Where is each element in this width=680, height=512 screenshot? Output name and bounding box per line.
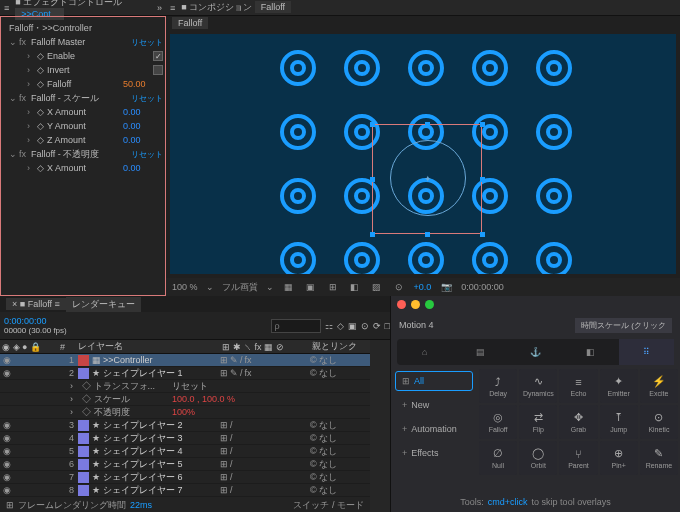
shape-ring: [280, 178, 316, 214]
motion-tool-kinetic[interactable]: ⊙Kinetic: [640, 405, 678, 439]
channel-icon[interactable]: ◧: [348, 282, 362, 292]
motion-nav[interactable]: ⌂ ▤ ⚓ ◧ ⠿: [397, 339, 674, 365]
snapshot-icon[interactable]: 📷: [439, 282, 453, 292]
shape-ring: [536, 50, 572, 86]
timecode-icon[interactable]: ⊙: [392, 282, 406, 292]
effect-group[interactable]: ⌄fxFalloff - 不透明度リセット: [3, 147, 163, 161]
motion-tool-excite[interactable]: ⚡Excite: [640, 369, 678, 403]
motion-category-new[interactable]: +New: [395, 395, 473, 415]
render-time-label: フレームレンダリング時間: [18, 499, 126, 512]
nav-edit-icon[interactable]: ▤: [452, 339, 507, 365]
exposure[interactable]: +0.0: [414, 282, 432, 292]
motion-tool-dynamics[interactable]: ∿Dynamics: [519, 369, 557, 403]
layer-row[interactable]: ◉4★シェイプレイヤー 3⊞/© なし: [0, 432, 370, 445]
motion-tool-flip[interactable]: ⇄Flip: [519, 405, 557, 439]
shape-ring: [280, 50, 316, 86]
tl-icon[interactable]: ⟳: [373, 321, 381, 331]
resolution[interactable]: フル画質: [222, 281, 258, 294]
layer-row[interactable]: ◉1▦>>Controller⊞✎/fx© なし: [0, 354, 370, 367]
layer-row[interactable]: ◉5★シェイプレイヤー 4⊞/© なし: [0, 445, 370, 458]
nav-tools-icon[interactable]: ⠿: [619, 339, 674, 365]
motion-tool-parent[interactable]: ⑂Parent: [559, 441, 597, 475]
effect-property[interactable]: ›◇X Amount0.00: [3, 105, 163, 119]
timeline-tab[interactable]: × ■ Falloff ≡: [6, 298, 66, 310]
effect-property[interactable]: ›◇Invert: [3, 63, 163, 77]
transform-handle[interactable]: [370, 177, 375, 182]
anchor-point-icon[interactable]: ✦: [423, 174, 433, 184]
mask-icon[interactable]: ▣: [304, 282, 318, 292]
tl-icon[interactable]: ⚏: [325, 321, 333, 331]
nav-color-icon[interactable]: ◧: [563, 339, 618, 365]
shape-ring: [408, 242, 444, 274]
transform-handle[interactable]: [480, 177, 485, 182]
shape-ring: [344, 50, 380, 86]
layer-row[interactable]: ◉8★シェイプレイヤー 7⊞/© なし: [0, 484, 370, 497]
effect-source: Falloff・>>Controller: [3, 21, 163, 35]
comp-tab[interactable]: Falloff: [172, 17, 208, 29]
tl-icon[interactable]: ⊙: [361, 321, 369, 331]
layer-row[interactable]: ◉3★シェイプレイヤー 2⊞/© なし: [0, 419, 370, 432]
guides-icon[interactable]: ⊞: [326, 282, 340, 292]
search-input[interactable]: [271, 319, 321, 333]
motion-category-auto[interactable]: +Automation: [395, 419, 473, 439]
frame-info: 00000 (30.00 fps): [4, 326, 67, 335]
transparency-icon[interactable]: ▨: [370, 282, 384, 292]
shape-ring: [344, 242, 380, 274]
current-timecode[interactable]: 0:00:00:00: [4, 316, 67, 326]
transform-handle[interactable]: [370, 232, 375, 237]
panel-menu-icon[interactable]: ≡: [170, 3, 175, 13]
transform-handle[interactable]: [480, 232, 485, 237]
grid-icon[interactable]: ▦: [282, 282, 296, 292]
motion-tool-echo[interactable]: ≡Echo: [559, 369, 597, 403]
comp-title: ■ コンポジション Falloff: [181, 1, 291, 14]
layer-row[interactable]: ◉6★シェイプレイヤー 5⊞/© なし: [0, 458, 370, 471]
motion-tool-jump[interactable]: ⤒Jump: [600, 405, 638, 439]
motion-tool-rename[interactable]: ✎Rename: [640, 441, 678, 475]
render-queue-tab[interactable]: レンダーキュー: [66, 297, 141, 312]
effect-property[interactable]: ›◇Y Amount0.00: [3, 119, 163, 133]
layer-row[interactable]: ›◇ 不透明度100%: [0, 406, 370, 419]
layer-row[interactable]: ◉2★シェイプレイヤー 1⊞✎/fx© なし: [0, 367, 370, 380]
switch-mode-toggle[interactable]: スイッチ / モード: [293, 499, 364, 512]
panel-menu-icon[interactable]: ≡: [4, 3, 9, 13]
layer-row[interactable]: ◉7★シェイプレイヤー 6⊞/© なし: [0, 471, 370, 484]
motion-tool-delay[interactable]: ⤴Delay: [479, 369, 517, 403]
effect-property[interactable]: ›◇X Amount0.00: [3, 161, 163, 175]
panel-overflow-icon[interactable]: »: [157, 3, 162, 13]
shape-ring: [536, 178, 572, 214]
effect-property[interactable]: ›◇Z Amount0.00: [3, 133, 163, 147]
layer-row[interactable]: ›◇ トランスフォ...リセット: [0, 380, 370, 393]
transform-handle[interactable]: [370, 122, 375, 127]
nav-anchor-icon[interactable]: ⚓: [508, 339, 563, 365]
motion-category-fx[interactable]: +Effects: [395, 443, 473, 463]
shape-ring: [536, 242, 572, 274]
shape-ring: [280, 114, 316, 150]
transform-handle[interactable]: [425, 232, 430, 237]
effect-property[interactable]: ›◇Falloff50.00: [3, 77, 163, 91]
motion-title: Motion 4: [399, 320, 434, 330]
shape-ring: [280, 242, 316, 274]
motion-category-all[interactable]: ⊞All: [395, 371, 473, 391]
tl-icon[interactable]: ◇: [337, 321, 344, 331]
window-controls[interactable]: [391, 296, 680, 313]
motion-tool-null[interactable]: ∅Null: [479, 441, 517, 475]
transform-handle[interactable]: [480, 122, 485, 127]
effect-group[interactable]: ⌄fxFalloff Masterリセット: [3, 35, 163, 49]
transform-handle[interactable]: [425, 122, 430, 127]
shape-ring: [472, 242, 508, 274]
motion-tool-orbit[interactable]: ◯Orbit: [519, 441, 557, 475]
layer-row[interactable]: ›◇ スケール100.0 , 100.0 %: [0, 393, 370, 406]
motion-tool-emitter[interactable]: ✦Emitter: [600, 369, 638, 403]
composition-viewer[interactable]: ✦: [170, 34, 676, 274]
effect-group[interactable]: ⌄fxFalloff - スケールリセット: [3, 91, 163, 105]
motion-footer: Tools: cmd+click to skip tool overlays: [391, 492, 680, 512]
motion-tool-pin+[interactable]: ⊕Pin+: [600, 441, 638, 475]
zoom-level[interactable]: 100 %: [172, 282, 198, 292]
effect-property[interactable]: ›◇Enable✓: [3, 49, 163, 63]
motion-tool-falloff[interactable]: ◎Falloff: [479, 405, 517, 439]
nav-home-icon[interactable]: ⌂: [397, 339, 452, 365]
time-scale-button[interactable]: 時間スケール (クリック: [575, 318, 672, 333]
toggle-switches-icon[interactable]: ⊞: [6, 500, 14, 510]
motion-tool-grab[interactable]: ✥Grab: [559, 405, 597, 439]
tl-icon[interactable]: ▣: [348, 321, 357, 331]
